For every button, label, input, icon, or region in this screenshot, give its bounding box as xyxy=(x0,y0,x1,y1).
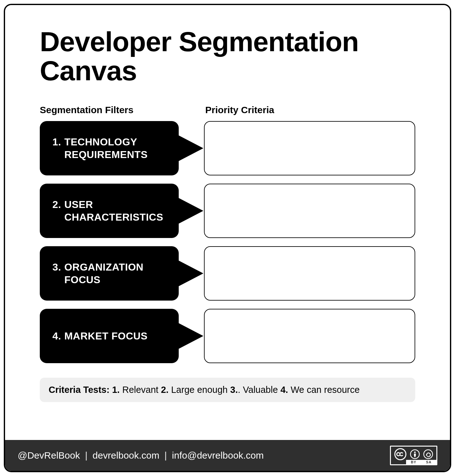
criteria-header: Priority Criteria xyxy=(201,105,415,115)
criteria-input-box[interactable] xyxy=(204,184,415,238)
criteria-num: 1. xyxy=(112,385,120,395)
filter-number: 4. xyxy=(52,330,61,342)
footer-handle: @DevRelBook xyxy=(18,450,80,461)
svg-point-2 xyxy=(414,452,416,453)
filter-label: USER CHARACTERISTICS xyxy=(64,198,169,223)
criteria-input-box[interactable] xyxy=(204,121,415,175)
cc-icon xyxy=(394,448,407,461)
canvas-frame: Developer Segmentation Canvas Segmentati… xyxy=(4,4,451,472)
cc-by-icon xyxy=(410,449,420,459)
criteria-text: We can resource xyxy=(290,385,360,395)
cc-license-badge: BY SA xyxy=(390,446,437,465)
filter-label: TECHNOLOGY REQUIREMENTS xyxy=(64,136,169,161)
cc-sa-icon xyxy=(423,449,433,459)
criteria-text: Valuable xyxy=(243,385,278,395)
filter-row: 2. USER CHARACTERISTICS xyxy=(40,184,415,238)
filter-tag: 1. TECHNOLOGY REQUIREMENTS xyxy=(40,121,201,175)
cc-by-label: BY xyxy=(411,460,416,464)
filters-header: Segmentation Filters xyxy=(40,105,201,115)
footer: @DevRelBook | devrelbook.com | info@devr… xyxy=(5,440,450,471)
page-title: Developer Segmentation Canvas xyxy=(40,27,415,86)
filter-label: MARKET FOCUS xyxy=(64,330,148,342)
footer-links: @DevRelBook | devrelbook.com | info@devr… xyxy=(18,450,264,461)
filter-rows: 1. TECHNOLOGY REQUIREMENTS 2. USER CHARA… xyxy=(40,121,415,363)
criteria-num: 4. xyxy=(280,385,288,395)
footer-email: info@devrelbook.com xyxy=(172,450,264,461)
content-area: Developer Segmentation Canvas Segmentati… xyxy=(5,5,450,440)
svg-rect-4 xyxy=(414,455,416,457)
criteria-input-box[interactable] xyxy=(204,309,415,363)
svg-point-5 xyxy=(424,450,433,459)
criteria-input-box[interactable] xyxy=(204,246,415,301)
filter-row: 4. MARKET FOCUS xyxy=(40,309,415,363)
cc-sublabels: BY SA xyxy=(406,460,436,464)
filter-number: 3. xyxy=(52,261,61,273)
footer-site: devrelbook.com xyxy=(93,450,159,461)
arrow-icon xyxy=(172,320,203,352)
criteria-text: Relevant xyxy=(122,385,158,395)
filter-tag: 2. USER CHARACTERISTICS xyxy=(40,184,201,238)
svg-rect-3 xyxy=(414,454,416,456)
separator: | xyxy=(85,450,87,461)
filter-number: 1. xyxy=(52,136,61,148)
filter-tag: 4. MARKET FOCUS xyxy=(40,309,201,363)
filter-row: 3. ORGANIZATION FOCUS xyxy=(40,246,415,301)
filter-row: 1. TECHNOLOGY REQUIREMENTS xyxy=(40,121,415,175)
filter-label: ORGANIZATION FOCUS xyxy=(64,261,169,286)
arrow-icon xyxy=(172,257,203,290)
arrow-icon xyxy=(172,194,203,227)
filter-number: 2. xyxy=(52,198,61,211)
arrow-icon xyxy=(172,132,203,165)
criteria-num: 2. xyxy=(161,385,169,395)
criteria-lead: Criteria Tests: xyxy=(49,385,110,395)
criteria-tests-bar: Criteria Tests: 1. Relevant 2. Large eno… xyxy=(40,378,415,402)
separator: | xyxy=(165,450,167,461)
filter-tag: 3. ORGANIZATION FOCUS xyxy=(40,246,201,301)
column-headers: Segmentation Filters Priority Criteria xyxy=(40,105,415,115)
criteria-num: 3. xyxy=(230,385,238,395)
criteria-text: Large enough xyxy=(171,385,228,395)
cc-sa-label: SA xyxy=(426,460,431,464)
